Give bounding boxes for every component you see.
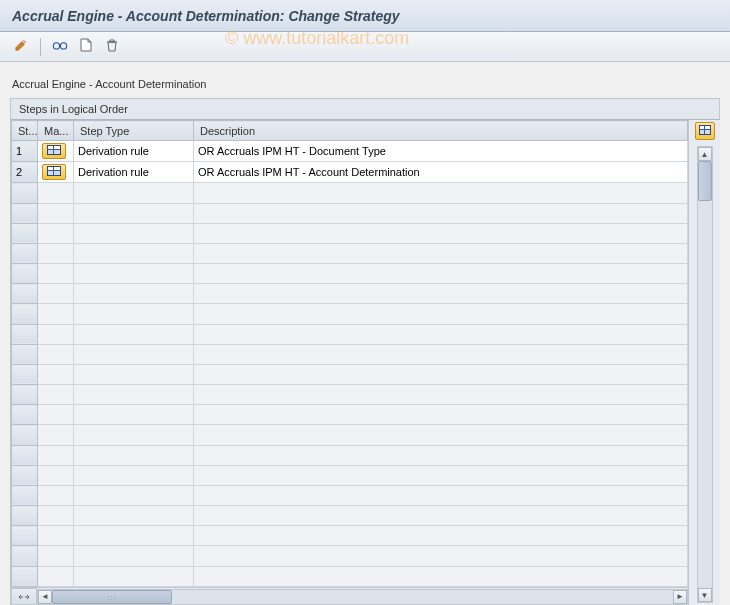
row-header[interactable]	[12, 223, 38, 243]
step-type-cell[interactable]	[74, 445, 194, 465]
table-row[interactable]	[12, 445, 688, 465]
row-header[interactable]	[12, 445, 38, 465]
step-type-cell[interactable]	[74, 243, 194, 263]
step-type-cell[interactable]	[74, 425, 194, 445]
row-header[interactable]	[12, 526, 38, 546]
row-header[interactable]	[12, 183, 38, 203]
row-header[interactable]	[12, 264, 38, 284]
row-header[interactable]	[12, 203, 38, 223]
step-type-cell[interactable]	[74, 566, 194, 586]
scroll-up-icon[interactable]: ▲	[698, 147, 712, 161]
row-header[interactable]	[12, 425, 38, 445]
step-type-cell[interactable]	[74, 506, 194, 526]
vscroll-thumb[interactable]	[698, 161, 712, 201]
display-button[interactable]	[49, 36, 71, 58]
table-row[interactable]	[12, 385, 688, 405]
description-cell[interactable]	[194, 526, 688, 546]
hscroll-thumb[interactable]	[52, 590, 172, 604]
step-type-cell[interactable]	[74, 264, 194, 284]
hscroll-track[interactable]	[52, 590, 673, 604]
table-row[interactable]	[12, 264, 688, 284]
vertical-scrollbar[interactable]: ▲ ▼	[697, 146, 713, 603]
row-header[interactable]	[12, 284, 38, 304]
step-type-cell[interactable]	[74, 304, 194, 324]
step-type-cell[interactable]	[74, 223, 194, 243]
description-cell[interactable]	[194, 203, 688, 223]
table-row[interactable]	[12, 203, 688, 223]
step-type-cell[interactable]	[74, 405, 194, 425]
table-row[interactable]	[12, 405, 688, 425]
row-header[interactable]	[12, 344, 38, 364]
table-row[interactable]: 2Derivation ruleOR Accruals IPM HT - Acc…	[12, 162, 688, 183]
step-type-cell[interactable]	[74, 465, 194, 485]
table-row[interactable]	[12, 465, 688, 485]
description-cell[interactable]	[194, 425, 688, 445]
table-row[interactable]	[12, 183, 688, 203]
description-cell[interactable]	[194, 364, 688, 384]
description-cell[interactable]	[194, 183, 688, 203]
table-row[interactable]	[12, 243, 688, 263]
row-header[interactable]	[12, 546, 38, 566]
description-cell[interactable]	[194, 344, 688, 364]
col-header-maint[interactable]: Ma...	[38, 121, 74, 141]
table-row[interactable]	[12, 364, 688, 384]
table-row[interactable]	[12, 506, 688, 526]
create-button[interactable]	[75, 36, 97, 58]
description-cell[interactable]	[194, 546, 688, 566]
description-cell[interactable]	[194, 566, 688, 586]
table-row[interactable]	[12, 304, 688, 324]
table-row[interactable]	[12, 566, 688, 586]
table-row[interactable]	[12, 324, 688, 344]
maintain-entries-button[interactable]	[42, 164, 66, 180]
step-type-cell[interactable]	[74, 324, 194, 344]
row-header[interactable]: 2	[12, 162, 38, 183]
delete-button[interactable]	[101, 36, 123, 58]
step-type-cell[interactable]	[74, 526, 194, 546]
description-cell[interactable]	[194, 445, 688, 465]
step-type-cell[interactable]	[74, 485, 194, 505]
table-row[interactable]	[12, 223, 688, 243]
select-all-stub[interactable]	[11, 588, 37, 605]
step-type-cell[interactable]	[74, 385, 194, 405]
description-cell[interactable]	[194, 324, 688, 344]
row-header[interactable]	[12, 364, 38, 384]
table-row[interactable]	[12, 284, 688, 304]
step-type-cell[interactable]: Derivation rule	[74, 141, 194, 162]
row-header[interactable]	[12, 385, 38, 405]
change-button[interactable]	[10, 36, 32, 58]
row-header[interactable]	[12, 243, 38, 263]
horizontal-scrollbar[interactable]: ◄ ►	[37, 589, 688, 605]
row-header[interactable]	[12, 485, 38, 505]
col-header-step-type[interactable]: Step Type	[74, 121, 194, 141]
description-cell[interactable]	[194, 506, 688, 526]
description-cell[interactable]	[194, 485, 688, 505]
table-row[interactable]	[12, 425, 688, 445]
scroll-left-icon[interactable]: ◄	[38, 590, 52, 604]
step-type-cell[interactable]	[74, 284, 194, 304]
table-row[interactable]	[12, 526, 688, 546]
description-cell[interactable]	[194, 465, 688, 485]
row-header[interactable]	[12, 465, 38, 485]
step-type-cell[interactable]	[74, 203, 194, 223]
col-header-description[interactable]: Description	[194, 121, 688, 141]
row-header[interactable]	[12, 566, 38, 586]
table-row[interactable]	[12, 485, 688, 505]
table-row[interactable]	[12, 344, 688, 364]
step-type-cell[interactable]	[74, 344, 194, 364]
description-cell[interactable]	[194, 264, 688, 284]
description-cell[interactable]	[194, 405, 688, 425]
scroll-right-icon[interactable]: ►	[673, 590, 687, 604]
description-cell[interactable]	[194, 304, 688, 324]
scroll-down-icon[interactable]: ▼	[698, 588, 712, 602]
table-row[interactable]: 1Derivation ruleOR Accruals IPM HT - Doc…	[12, 141, 688, 162]
description-cell[interactable]: OR Accruals IPM HT - Account Determinati…	[194, 162, 688, 183]
vscroll-track[interactable]	[698, 161, 712, 588]
table-settings-button[interactable]	[695, 122, 715, 140]
row-header[interactable]: 1	[12, 141, 38, 162]
step-type-cell[interactable]: Derivation rule	[74, 162, 194, 183]
description-cell[interactable]	[194, 243, 688, 263]
step-type-cell[interactable]	[74, 546, 194, 566]
step-type-cell[interactable]	[74, 364, 194, 384]
description-cell[interactable]: OR Accruals IPM HT - Document Type	[194, 141, 688, 162]
description-cell[interactable]	[194, 385, 688, 405]
